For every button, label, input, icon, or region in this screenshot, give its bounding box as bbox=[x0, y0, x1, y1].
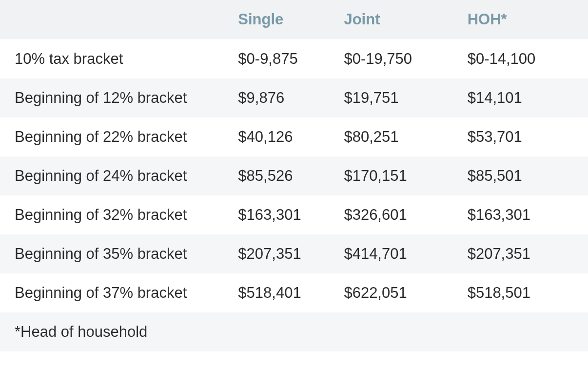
row-joint: $326,601 bbox=[335, 195, 458, 234]
row-joint: $622,051 bbox=[335, 273, 458, 312]
row-single: $9,876 bbox=[229, 78, 335, 117]
table-footnote-row: *Head of household bbox=[0, 312, 588, 351]
row-joint: $80,251 bbox=[335, 117, 458, 156]
row-single: $85,526 bbox=[229, 156, 335, 195]
header-single: Single bbox=[229, 0, 335, 39]
row-hoh: $85,501 bbox=[459, 156, 588, 195]
row-single: $163,301 bbox=[229, 195, 335, 234]
row-joint: $414,701 bbox=[335, 234, 458, 273]
table-row: Beginning of 12% bracket $9,876 $19,751 … bbox=[0, 78, 588, 117]
row-label: Beginning of 24% bracket bbox=[0, 156, 229, 195]
row-single: $518,401 bbox=[229, 273, 335, 312]
row-hoh: $0-14,100 bbox=[459, 39, 588, 79]
table-row: Beginning of 24% bracket $85,526 $170,15… bbox=[0, 156, 588, 195]
table-body: 10% tax bracket $0-9,875 $0-19,750 $0-14… bbox=[0, 39, 588, 352]
row-hoh: $163,301 bbox=[459, 195, 588, 234]
row-label: Beginning of 22% bracket bbox=[0, 117, 229, 156]
header-empty bbox=[0, 0, 229, 39]
table-row: Beginning of 35% bracket $207,351 $414,7… bbox=[0, 234, 588, 273]
row-single: $40,126 bbox=[229, 117, 335, 156]
row-label: Beginning of 37% bracket bbox=[0, 273, 229, 312]
table-row: Beginning of 37% bracket $518,401 $622,0… bbox=[0, 273, 588, 312]
tax-bracket-table: Single Joint HOH* 10% tax bracket $0-9,8… bbox=[0, 0, 588, 351]
row-single: $0-9,875 bbox=[229, 39, 335, 79]
table-row: 10% tax bracket $0-9,875 $0-19,750 $0-14… bbox=[0, 39, 588, 79]
row-label: Beginning of 12% bracket bbox=[0, 78, 229, 117]
row-joint: $170,151 bbox=[335, 156, 458, 195]
row-joint: $0-19,750 bbox=[335, 39, 458, 79]
footnote-text: *Head of household bbox=[0, 312, 588, 351]
row-label: Beginning of 35% bracket bbox=[0, 234, 229, 273]
table-row: Beginning of 22% bracket $40,126 $80,251… bbox=[0, 117, 588, 156]
table-header-row: Single Joint HOH* bbox=[0, 0, 588, 39]
row-label: Beginning of 32% bracket bbox=[0, 195, 229, 234]
header-hoh: HOH* bbox=[459, 0, 588, 39]
row-hoh: $14,101 bbox=[459, 78, 588, 117]
row-hoh: $53,701 bbox=[459, 117, 588, 156]
table-row: Beginning of 32% bracket $163,301 $326,6… bbox=[0, 195, 588, 234]
header-joint: Joint bbox=[335, 0, 458, 39]
tax-bracket-table-container: Single Joint HOH* 10% tax bracket $0-9,8… bbox=[0, 0, 588, 351]
row-single: $207,351 bbox=[229, 234, 335, 273]
row-label: 10% tax bracket bbox=[0, 39, 229, 79]
row-joint: $19,751 bbox=[335, 78, 458, 117]
row-hoh: $518,501 bbox=[459, 273, 588, 312]
row-hoh: $207,351 bbox=[459, 234, 588, 273]
